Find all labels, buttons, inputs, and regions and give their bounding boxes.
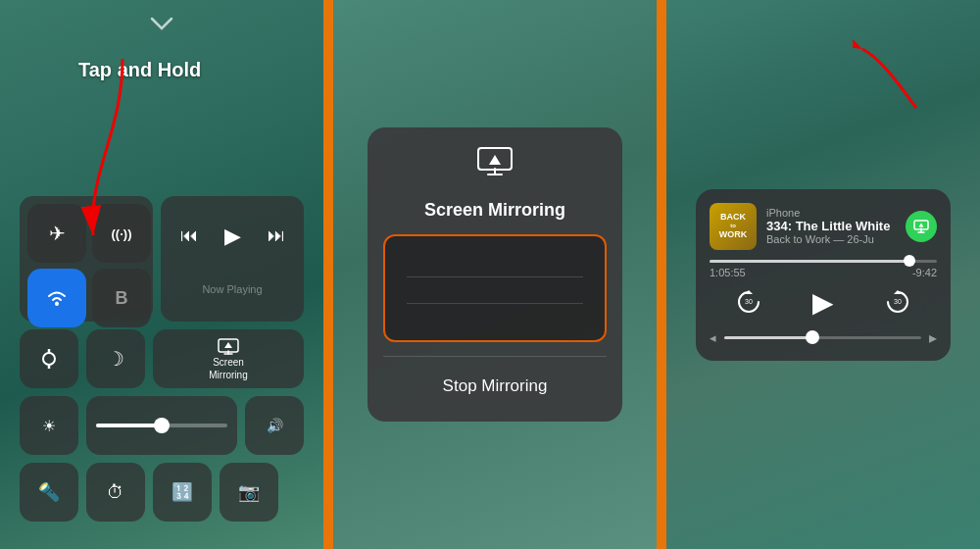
right-panel: BACK to WORK iPhone 334: The Little Whit… <box>666 0 980 549</box>
screen-mirroring-label: Screen <box>213 357 244 368</box>
timer-btn[interactable]: ⏱ <box>86 463 145 522</box>
volume-slider[interactable] <box>724 336 921 339</box>
skip-forward-30-btn[interactable]: 30 <box>884 288 911 316</box>
modal-divider <box>383 356 607 357</box>
progress-bar[interactable] <box>710 260 937 263</box>
do-not-disturb-btn[interactable]: ☽ <box>86 329 145 388</box>
rotation-lock-btn[interactable] <box>20 329 78 388</box>
stop-mirroring-btn[interactable]: Stop Mirroring <box>443 371 548 402</box>
connectivity-block: ✈ ((·)) B <box>20 196 153 322</box>
brightness-slider[interactable] <box>86 396 237 455</box>
album-artwork: BACK to WORK <box>710 203 757 250</box>
svg-text:30: 30 <box>894 298 902 305</box>
np-header: BACK to WORK iPhone 334: The Little Whit… <box>710 203 937 250</box>
left-panel: Tap and Hold ✈ ((·)) <box>0 0 323 549</box>
vol-high-icon: ▸ <box>929 328 937 347</box>
airplay-icon <box>477 147 513 184</box>
middle-panel: Screen Mirroring Stop Mirroring <box>333 0 657 549</box>
left-divider <box>323 0 333 549</box>
volume-row: ◂ ▸ <box>710 328 937 347</box>
screen-mirror-modal: Screen Mirroring Stop Mirroring <box>368 127 622 422</box>
time-remaining: -9:42 <box>912 267 937 278</box>
vol-low-icon: ◂ <box>710 330 716 345</box>
camera-btn[interactable]: 📷 <box>220 463 278 522</box>
time-elapsed: 1:05:55 <box>710 267 746 278</box>
bottom-row: 🔦 ⏱ 🔢 📷 <box>20 463 304 522</box>
lock-dnd-row: ☽ Screen Mirroring <box>20 329 304 388</box>
middle-content: Screen Mirroring Stop Mirroring <box>333 0 657 549</box>
play-pause-btn[interactable]: ▶ <box>224 224 241 249</box>
tap-hold-label: Tap and Hold <box>78 59 201 81</box>
brightness-icon: ☀ <box>20 396 78 455</box>
svg-marker-6 <box>489 155 501 165</box>
rewind-btn[interactable]: ⏮ <box>180 225 198 246</box>
sliders-row: ☀ 🔊 <box>20 396 304 455</box>
connectivity-media-row: ✈ ((·)) B ⏮ ▶ <box>20 196 304 322</box>
wifi-btn[interactable] <box>27 269 86 327</box>
svg-point-2 <box>43 353 55 365</box>
right-content: BACK to WORK iPhone 334: The Little Whit… <box>666 0 980 549</box>
svg-marker-4 <box>224 342 232 348</box>
airplane-mode-btn[interactable]: ✈ <box>27 204 86 263</box>
flashlight-btn[interactable]: 🔦 <box>20 463 78 522</box>
np-title: 334: The Little White <box>766 219 896 233</box>
bluetooth-btn[interactable]: B <box>92 269 151 327</box>
right-divider <box>657 0 666 549</box>
media-controls-block: ⏮ ▶ ⏭ Now Playing <box>161 196 304 322</box>
skip-back-30-btn[interactable]: 30 <box>735 288 762 316</box>
np-time-row: 1:05:55 -9:42 <box>710 267 937 278</box>
fast-forward-btn[interactable]: ⏭ <box>268 225 285 246</box>
screen-mirroring-label2: Mirroring <box>209 370 247 380</box>
play-btn[interactable]: ▶ <box>812 286 834 319</box>
volume-icon: 🔊 <box>245 396 304 455</box>
control-center-grid: ✈ ((·)) B ⏮ ▶ <box>20 196 304 529</box>
screen-mirroring-btn[interactable]: Screen Mirroring <box>153 329 304 388</box>
np-text: iPhone 334: The Little White Back to Wor… <box>766 207 896 245</box>
device-list[interactable] <box>383 234 607 342</box>
modal-title: Screen Mirroring <box>424 200 565 221</box>
annotation-arrow-right <box>853 39 921 122</box>
calculator-btn[interactable]: 🔢 <box>153 463 212 522</box>
svg-text:30: 30 <box>745 298 753 305</box>
np-controls: 30 ▶ 30 <box>710 286 937 319</box>
svg-marker-9 <box>919 223 924 226</box>
now-playing-card: BACK to WORK iPhone 334: The Little Whit… <box>696 189 951 361</box>
np-subtitle: Back to Work — 26-Ju <box>766 233 896 245</box>
cellular-btn[interactable]: ((·)) <box>92 204 151 263</box>
chevron-down-icon <box>150 15 173 35</box>
airplay-btn[interactable] <box>906 211 937 242</box>
np-source: iPhone <box>766 207 896 219</box>
svg-point-1 <box>55 302 59 306</box>
